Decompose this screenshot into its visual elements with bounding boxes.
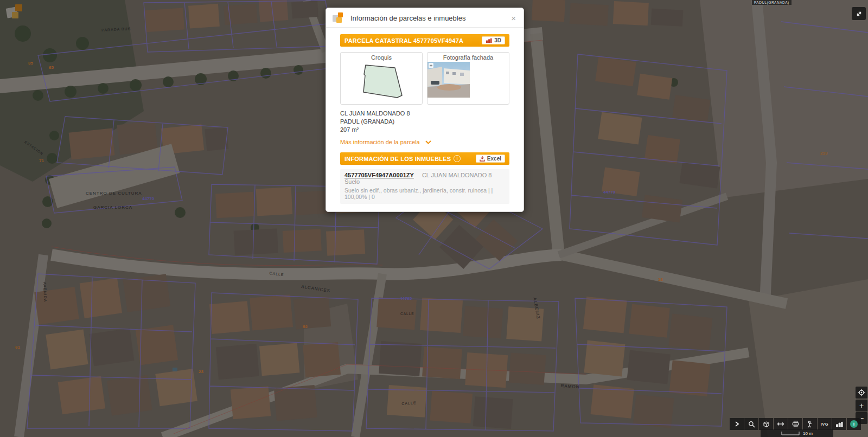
- view-3d-label: 3D: [494, 37, 501, 43]
- pegman-pin-icon: [807, 421, 813, 428]
- map-toolbar: IVG i: [730, 418, 861, 430]
- zoom-in-button[interactable]: +: [856, 400, 867, 412]
- parcel-number: 44765: [400, 296, 412, 301]
- house-number: 223: [820, 151, 827, 156]
- toolbar-measure-button[interactable]: [774, 418, 788, 430]
- fullscreen-button[interactable]: [852, 7, 866, 20]
- street-label: ESTACION: [24, 140, 44, 156]
- street-label: CALLE: [400, 312, 414, 316]
- parcel-address: CL JUAN MALDONADO 8 PADUL (GRANADA) 207 …: [340, 110, 509, 134]
- chevron-down-icon: [425, 140, 431, 144]
- address-line1: CL JUAN MALDONADO 8: [340, 110, 509, 118]
- facade-photo-panel: Fotografía fachada: [427, 52, 509, 105]
- excel-export-button[interactable]: Excel: [476, 155, 505, 163]
- street-label: PARADA BUS: [101, 27, 131, 32]
- parcel-header-title: PARCELA CATASTRAL 4577705VF4947A: [344, 37, 463, 44]
- house-number: 85: [28, 61, 33, 66]
- croquis-panel: Croquis: [340, 52, 423, 105]
- scale-bar: 10 m: [761, 429, 833, 437]
- toolbar-layers-button[interactable]: [759, 418, 773, 430]
- locate-button[interactable]: [856, 387, 867, 399]
- toolbar-collapse-button[interactable]: [730, 418, 744, 430]
- street-label: RAMON: [560, 383, 579, 389]
- toolbar-info-button[interactable]: i: [847, 418, 861, 430]
- close-icon[interactable]: ×: [510, 14, 517, 22]
- more-parcel-info-link[interactable]: Más información de la parcela: [340, 139, 431, 145]
- house-number: 23: [199, 369, 203, 374]
- toolbar-print-button[interactable]: [788, 418, 802, 430]
- scale-label: 10 m: [803, 431, 813, 436]
- parcel-area: 207 m²: [340, 126, 509, 134]
- dialog-body: PARCELA CATASTRAL 4577705VF4947A 3D Croq…: [326, 28, 524, 211]
- street-label: ALCANICES: [301, 284, 331, 293]
- street-label: GARCIA LORCA: [93, 205, 132, 210]
- house-number: 18: [658, 277, 663, 282]
- catastro-map-viewer: PARADA BUS CENTRO DE CULTURA GARCIA LORC…: [0, 0, 868, 437]
- toolbar-streetview-button[interactable]: [803, 418, 817, 430]
- magnifier-icon: [748, 421, 755, 428]
- parcel-sketch: [341, 61, 411, 101]
- catastro-logo: [5, 3, 25, 23]
- property-detail: Suelo sin edif., obras urbaniz., jardine…: [344, 187, 505, 200]
- house-number: 71: [39, 158, 44, 163]
- house-number: 65: [49, 65, 54, 70]
- dialog-title: Información de parcelas e inmuebles: [350, 14, 510, 22]
- dialog-header: Información de parcelas e inmuebles ×: [326, 8, 524, 28]
- parcel-section-header: PARCELA CATASTRAL 4577705VF4947A 3D: [340, 34, 509, 47]
- toolbar-3d-buildings-button[interactable]: [832, 418, 846, 430]
- cube-3d-icon: [763, 421, 770, 428]
- house-number: 92: [303, 324, 308, 329]
- locate-icon: [858, 389, 865, 396]
- download-icon: [480, 156, 485, 162]
- address-line2: PADUL (GRANADA): [340, 118, 509, 126]
- street-label: CALLE: [269, 271, 284, 277]
- inmuebles-info-icon[interactable]: i: [454, 155, 461, 162]
- parcel-number: 44770: [142, 196, 154, 201]
- buildings-3d-icon: [835, 421, 843, 428]
- toolbar-ivg-button[interactable]: IVG: [818, 418, 832, 430]
- inmuebles-section-header: INFORMACIÓN DE LOS INMUEBLES i Excel: [340, 152, 509, 165]
- house-number: 61: [15, 345, 20, 350]
- parcel-info-dialog: Información de parcelas e inmuebles × PA…: [326, 8, 524, 212]
- buildings-3d-icon: [486, 37, 492, 43]
- scale-line-icon: [781, 431, 800, 435]
- info-icon: i: [850, 420, 858, 428]
- street-label: ALBENIZ: [532, 297, 541, 319]
- facade-photo[interactable]: [427, 62, 470, 98]
- inmuebles-header-title: INFORMACIÓN DE LOS INMUEBLES: [344, 156, 451, 162]
- ivg-label: IVG: [821, 422, 828, 427]
- street-label: AVENIDA: [43, 282, 47, 302]
- facade-photo-title: Fotografía fachada: [427, 54, 509, 61]
- view-3d-button[interactable]: 3D: [482, 36, 505, 44]
- parcel-panels: Croquis Fotografía fachada: [340, 52, 509, 105]
- town-label-chip: PADUL(GRANADA): [752, 0, 792, 5]
- street-label: CENTRO DE CULTURA: [86, 191, 142, 196]
- toolbar-zoom-button[interactable]: [744, 418, 758, 430]
- printer-icon: [792, 421, 799, 427]
- excel-label: Excel: [487, 156, 501, 162]
- street-label: CALLE: [401, 401, 417, 406]
- more-parcel-info-label: Más información de la parcela: [340, 139, 420, 145]
- parcel-number: 44779: [603, 190, 615, 195]
- catastro-dialog-icon: [333, 12, 346, 23]
- measure-arrows-icon: [777, 421, 784, 427]
- property-ref-link[interactable]: 4577705VF4947A0001ZY: [344, 172, 414, 178]
- expand-diagonal-icon: [856, 10, 863, 17]
- property-row: 4577705VF4947A0001ZY CL JUAN MALDONADO 8…: [340, 169, 509, 204]
- chevron-right-icon: [733, 421, 740, 427]
- croquis-title: Croquis: [341, 54, 422, 61]
